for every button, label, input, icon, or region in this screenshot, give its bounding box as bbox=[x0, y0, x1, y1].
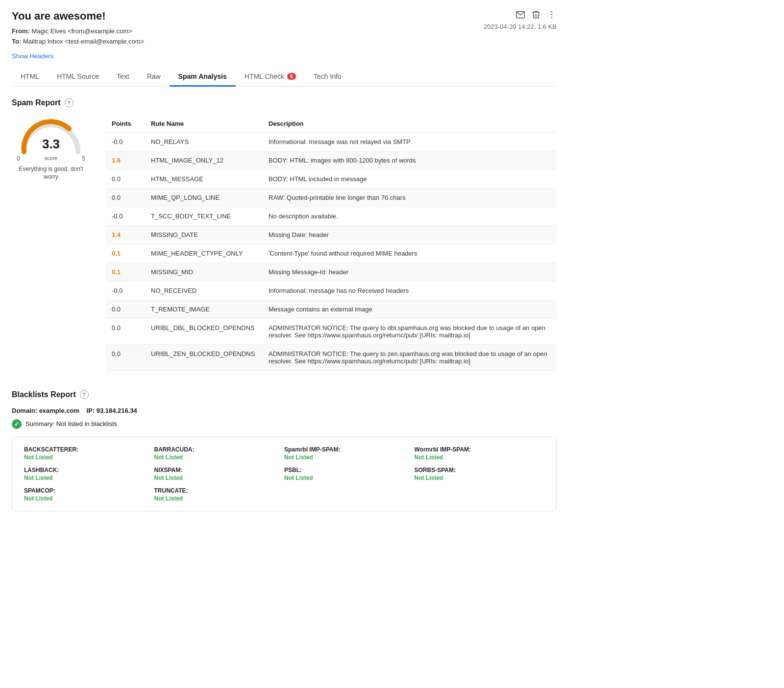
summary-text: Summary: Not listed in blacklists bbox=[25, 420, 117, 427]
tab-spam-analysis[interactable]: Spam Analysis bbox=[170, 68, 236, 87]
cell-description: No description available. bbox=[263, 207, 557, 225]
cell-rule: NO_RELAYS bbox=[145, 132, 263, 151]
col-points: Points bbox=[106, 115, 145, 133]
cell-description: Missing Date: header bbox=[263, 225, 557, 244]
cell-description: BODY: HTML included in message bbox=[263, 169, 557, 188]
blacklist-item-name: LASHBACK: bbox=[24, 467, 154, 474]
blacklist-item-name: NIXSPAM: bbox=[154, 467, 285, 474]
table-row: 0.0T_REMOTE_IMAGEMessage contains an ext… bbox=[106, 300, 557, 318]
blacklist-item bbox=[284, 487, 415, 502]
blacklist-item: PSBL:Not Listed bbox=[284, 467, 415, 481]
table-row: -0.0NO_RELAYSInformational: message was … bbox=[106, 132, 557, 151]
col-rule: Rule Name bbox=[145, 115, 263, 133]
cell-points: 0.1 bbox=[106, 262, 145, 281]
svg-point-2 bbox=[551, 14, 553, 16]
tab-tech-info[interactable]: Tech Info bbox=[305, 68, 350, 87]
blacklist-item-status: Not Listed bbox=[24, 474, 154, 481]
html-check-badge: 6 bbox=[287, 73, 296, 80]
cell-points: 1.4 bbox=[106, 225, 145, 244]
spam-table: Points Rule Name Description -0.0NO_RELA… bbox=[106, 115, 557, 371]
cell-points: -0.0 bbox=[106, 207, 145, 225]
delete-icon[interactable] bbox=[531, 10, 541, 21]
gauge-container: 3.3 0 score 5 Everything is good, don't … bbox=[12, 115, 90, 182]
cell-points: 0.0 bbox=[106, 344, 145, 370]
cell-rule: NO_RECEIVED bbox=[145, 281, 263, 300]
cell-rule: HTML_IMAGE_ONLY_12 bbox=[145, 151, 263, 169]
email-from: From: Magic Elves <from@example.com> bbox=[12, 26, 144, 37]
blacklist-help-icon[interactable]: ? bbox=[80, 390, 89, 399]
email-title: You are awesome! bbox=[12, 10, 144, 23]
cell-description: RAW: Quoted-printable line longer than 7… bbox=[263, 188, 557, 207]
blacklist-item-status: Not Listed bbox=[154, 454, 285, 461]
gauge-svg: 3.3 bbox=[17, 115, 85, 154]
email-actions bbox=[515, 10, 557, 21]
cell-points: 1.6 bbox=[106, 151, 145, 169]
spam-report-help-icon[interactable]: ? bbox=[65, 98, 74, 107]
cell-points: 0.0 bbox=[106, 188, 145, 207]
table-row: 1.4MISSING_DATEMissing Date: header bbox=[106, 225, 557, 244]
blacklist-item: BARRACUDA:Not Listed bbox=[154, 446, 285, 461]
cell-description: 'Content-Type' found without required MI… bbox=[263, 244, 557, 262]
cell-points: -0.0 bbox=[106, 132, 145, 151]
cell-description: Missing Message-Id: header bbox=[263, 262, 557, 281]
blacklist-item: SPAMCOP:Not Listed bbox=[24, 487, 154, 502]
to-label: To: bbox=[12, 38, 21, 45]
cell-rule: MISSING_DATE bbox=[145, 225, 263, 244]
cell-rule: HTML_MESSAGE bbox=[145, 169, 263, 188]
table-row: 0.0URIBL_DBL_BLOCKED_OPENDNSADMINISTRATO… bbox=[106, 318, 557, 344]
blacklist-item-status: Not Listed bbox=[415, 474, 545, 481]
table-row: -0.0NO_RECEIVEDInformational: message ha… bbox=[106, 281, 557, 300]
cell-points: -0.0 bbox=[106, 281, 145, 300]
blacklist-item-name: BARRACUDA: bbox=[154, 446, 285, 453]
email-date-size: 2023-04-20 14:22, 1.6 KB bbox=[484, 23, 557, 30]
gauge-max: 5 bbox=[82, 155, 85, 162]
email-meta: From: Magic Elves <from@example.com> To:… bbox=[12, 26, 144, 47]
cell-description: Informational: message was not relayed v… bbox=[263, 132, 557, 151]
blacklist-item: NIXSPAM:Not Listed bbox=[154, 467, 285, 481]
svg-text:3.3: 3.3 bbox=[42, 137, 60, 151]
email-header-left: You are awesome! From: Magic Elves <from… bbox=[12, 10, 144, 47]
show-headers-link[interactable]: Show Headers bbox=[12, 52, 53, 60]
more-icon[interactable] bbox=[547, 10, 557, 21]
table-row: 0.1MISSING_MIDMissing Message-Id: header bbox=[106, 262, 557, 281]
cell-points: 0.0 bbox=[106, 169, 145, 188]
table-row: 0.0URIBL_ZEN_BLOCKED_OPENDNSADMINISTRATO… bbox=[106, 344, 557, 370]
cell-rule: MIME_QP_LONG_LINE bbox=[145, 188, 263, 207]
cell-description: ADMINISTRATOR NOTICE: The query to zen.s… bbox=[263, 344, 557, 370]
cell-rule: MISSING_MID bbox=[145, 262, 263, 281]
blacklist-item: BACKSCATTERER:Not Listed bbox=[24, 446, 154, 461]
blacklist-item-name: TRUNCATE: bbox=[154, 487, 285, 494]
spam-report-title: Spam Report ? bbox=[12, 98, 557, 107]
blacklist-item: SORBS-SPAM:Not Listed bbox=[415, 467, 545, 481]
blacklist-item: Spamrbl IMP-SPAM:Not Listed bbox=[284, 446, 415, 461]
blacklist-item-name: Spamrbl IMP-SPAM: bbox=[284, 446, 415, 453]
cell-rule: T_SCC_BODY_TEXT_LINE bbox=[145, 207, 263, 225]
cell-description: Message contains an external image bbox=[263, 300, 557, 318]
blacklist-summary: Summary: Not listed in blacklists bbox=[12, 419, 557, 429]
from-label: From: bbox=[12, 27, 30, 35]
tab-html-source[interactable]: HTML Source bbox=[48, 68, 108, 87]
from-value: Magic Elves <from@example.com> bbox=[31, 27, 132, 35]
gauge-score-label: score bbox=[45, 155, 58, 162]
blacklist-item-status: Not Listed bbox=[284, 454, 415, 461]
spam-report-container: 3.3 0 score 5 Everything is good, don't … bbox=[12, 115, 557, 371]
svg-point-3 bbox=[551, 17, 553, 19]
cell-points: 0.0 bbox=[106, 300, 145, 318]
tab-html[interactable]: HTML bbox=[12, 68, 48, 87]
blacklist-item-status: Not Listed bbox=[154, 474, 285, 481]
ip-label: IP: bbox=[86, 407, 95, 414]
cell-description: ADMINISTRATOR NOTICE: The query to dbl.s… bbox=[263, 318, 557, 344]
ip-value: 93.184.216.34 bbox=[97, 407, 137, 414]
to-value: Mailtrap Inbox <test-email@example.com> bbox=[23, 38, 144, 45]
email-icon[interactable] bbox=[515, 10, 525, 21]
domain-value: example.com bbox=[39, 407, 79, 414]
tabs-bar: HTML HTML Source Text Raw Spam Analysis … bbox=[12, 68, 557, 87]
blacklist-section: Blacklists Report ? Domain: example.com … bbox=[12, 390, 557, 511]
table-row: 0.1MIME_HEADER_CTYPE_ONLY'Content-Type' … bbox=[106, 244, 557, 262]
table-row: 1.6HTML_IMAGE_ONLY_12BODY: HTML: images … bbox=[106, 151, 557, 169]
tab-text[interactable]: Text bbox=[108, 68, 138, 87]
tab-html-check[interactable]: HTML Check 6 bbox=[236, 68, 305, 87]
tab-raw[interactable]: Raw bbox=[138, 68, 170, 87]
table-row: 0.0HTML_MESSAGEBODY: HTML included in me… bbox=[106, 169, 557, 188]
blacklist-item: Wormrbl IMP-SPAM:Not Listed bbox=[415, 446, 545, 461]
